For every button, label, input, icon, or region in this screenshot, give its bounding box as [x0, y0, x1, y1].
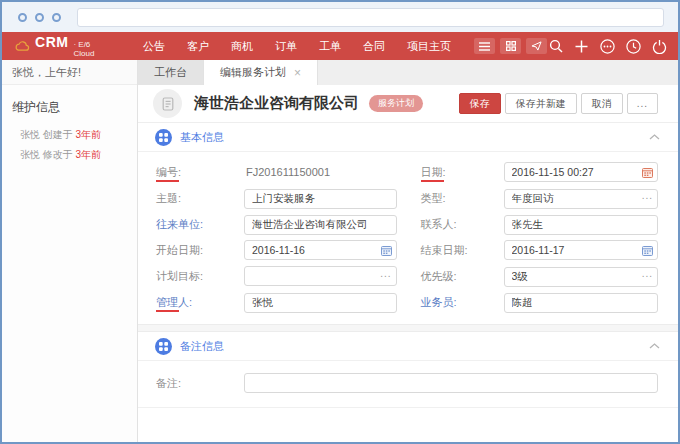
- nav-item-contract[interactable]: 合同: [352, 39, 396, 54]
- record-title: 海世浩企业咨询有限公司: [194, 94, 359, 113]
- window-circle-icon[interactable]: [52, 13, 61, 22]
- nav-view-switcher: [474, 38, 547, 54]
- plan-goal-input[interactable]: [244, 266, 397, 286]
- record-avatar: [153, 89, 182, 118]
- field-label-end-date: 结束日期:: [399, 243, 504, 258]
- brand-subtitle: · E/6 Cloud: [73, 40, 104, 58]
- record-type-badge: 服务计划: [369, 95, 423, 112]
- tab-workbench[interactable]: 工作台: [138, 60, 203, 85]
- field-label-priority: 优先级:: [399, 269, 504, 284]
- tab-edit-service-plan-label: 编辑服务计划: [220, 65, 286, 80]
- created-by-user: 张悦: [20, 129, 40, 140]
- account-input[interactable]: [244, 215, 397, 235]
- top-navbar: CRM · E/6 Cloud 公告 客户 商机 订单 工单 合同 项目主页: [2, 32, 678, 60]
- salesperson-input[interactable]: [504, 293, 659, 313]
- more-circle-icon[interactable]: [599, 38, 616, 55]
- cloud-icon: [14, 39, 30, 53]
- nav-item-order[interactable]: 订单: [264, 39, 308, 54]
- section-divider: [138, 324, 678, 332]
- power-icon[interactable]: [651, 38, 668, 55]
- grid-view-icon[interactable]: [500, 38, 521, 54]
- end-date-input[interactable]: [504, 240, 659, 260]
- nav-item-project-home[interactable]: 项目主页: [396, 39, 462, 54]
- type-ellipsis-icon[interactable]: ...: [642, 188, 653, 208]
- field-label-number: 编号:: [156, 165, 244, 180]
- field-type: ...: [504, 188, 659, 208]
- section-grid-icon: [155, 338, 172, 355]
- field-label-notes: 备注:: [156, 376, 244, 391]
- document-icon: [161, 97, 175, 111]
- window-controls: [18, 13, 61, 22]
- tab-bar: 工作台 编辑服务计划 ×: [138, 60, 678, 85]
- basic-info-title: 基本信息: [180, 130, 224, 145]
- browser-bar: [2, 2, 678, 32]
- field-label-manager[interactable]: 管理人:: [156, 295, 244, 310]
- plan-goal-ellipsis-icon[interactable]: ...: [380, 266, 391, 286]
- window-circle-icon[interactable]: [18, 13, 27, 22]
- field-start-date: [244, 240, 397, 260]
- field-account: [244, 214, 397, 234]
- notes-form: 备注:: [138, 361, 678, 407]
- type-input[interactable]: [504, 189, 659, 209]
- notes-section-title: 备注信息: [180, 339, 224, 354]
- search-icon[interactable]: [547, 38, 564, 55]
- close-tab-icon[interactable]: ×: [294, 67, 301, 79]
- collapse-chevron-icon[interactable]: [649, 343, 660, 349]
- datetime-calendar-icon[interactable]: [642, 162, 653, 182]
- url-input[interactable]: [77, 8, 664, 27]
- end-date-calendar-icon[interactable]: [642, 240, 653, 260]
- created-by-time: 3年前: [76, 129, 102, 140]
- start-date-calendar-icon[interactable]: [381, 240, 392, 260]
- section-grid-icon: [155, 129, 172, 146]
- field-label-start-date: 开始日期:: [156, 243, 244, 258]
- start-date-input[interactable]: [244, 240, 397, 260]
- cancel-button[interactable]: 取消: [581, 93, 623, 114]
- more-actions-button[interactable]: ...: [627, 93, 658, 114]
- nav-item-opportunity[interactable]: 商机: [220, 39, 264, 54]
- collapse-chevron-icon[interactable]: [649, 134, 660, 140]
- save-and-new-button[interactable]: 保存并新建: [505, 93, 577, 114]
- modified-by-user: 张悦: [20, 149, 40, 160]
- field-date: [504, 162, 659, 182]
- field-number-value: FJ201611150001: [244, 166, 330, 178]
- notes-input[interactable]: [244, 373, 658, 393]
- add-icon[interactable]: [573, 38, 590, 55]
- field-label-date: 日期:: [399, 165, 504, 180]
- modified-by-row: 张悦 修改于 3年前: [2, 145, 137, 165]
- window-circle-icon[interactable]: [35, 13, 44, 22]
- list-view-icon[interactable]: [474, 38, 495, 54]
- field-salesperson: [504, 292, 659, 312]
- tab-edit-service-plan[interactable]: 编辑服务计划 ×: [203, 60, 318, 85]
- notes-section-header: 备注信息: [138, 332, 678, 361]
- nav-item-announcement[interactable]: 公告: [132, 39, 176, 54]
- basic-info-form: 编号: FJ201611150001 日期: 主题:: [138, 152, 678, 324]
- manager-input[interactable]: [244, 293, 397, 313]
- field-label-type: 类型:: [399, 191, 504, 206]
- greeting-text: 张悦，上午好!: [2, 60, 137, 85]
- sidebar: 张悦，上午好! 维护信息 张悦 创建于 3年前 张悦 修改于 3年前: [2, 60, 138, 442]
- priority-ellipsis-icon[interactable]: ...: [642, 266, 653, 286]
- nav-item-customer[interactable]: 客户: [176, 39, 220, 54]
- contact-input[interactable]: [504, 215, 659, 235]
- clock-icon[interactable]: [625, 38, 642, 55]
- field-label-salesperson[interactable]: 业务员:: [399, 295, 504, 310]
- app-window: CRM · E/6 Cloud 公告 客户 商机 订单 工单 合同 项目主页: [0, 0, 680, 444]
- save-button[interactable]: 保存: [459, 93, 501, 114]
- field-label-account[interactable]: 往来单位:: [156, 217, 244, 232]
- send-icon[interactable]: [526, 38, 547, 54]
- field-label-plan-goal: 计划目标:: [156, 269, 244, 284]
- modified-by-time: 3年前: [76, 149, 102, 160]
- nav-item-ticket[interactable]: 工单: [308, 39, 352, 54]
- content-filler: [138, 408, 678, 442]
- field-subject: [244, 188, 397, 208]
- record-actions: 保存 保存并新建 取消 ...: [459, 93, 658, 114]
- priority-input[interactable]: [504, 267, 659, 287]
- field-manager: [244, 292, 397, 312]
- field-notes: [244, 373, 658, 393]
- date-input[interactable]: [504, 162, 659, 182]
- field-label-contact: 联系人:: [399, 217, 504, 232]
- field-label-subject: 主题:: [156, 191, 244, 206]
- subject-input[interactable]: [244, 189, 397, 209]
- basic-info-section-header: 基本信息: [138, 123, 678, 152]
- field-plan-goal: ...: [244, 266, 397, 286]
